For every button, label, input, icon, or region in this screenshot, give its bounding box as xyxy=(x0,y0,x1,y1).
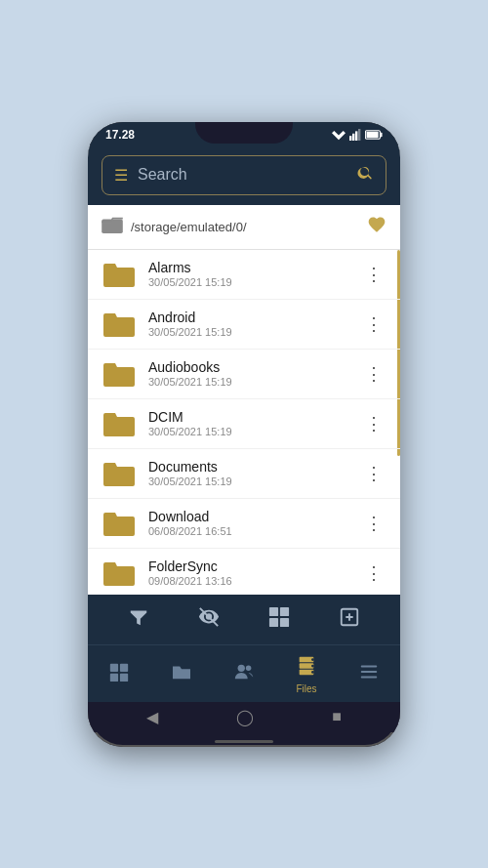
more-options-icon[interactable]: ⋮ xyxy=(361,509,386,538)
file-date: 30/05/2021 15:19 xyxy=(148,426,349,437)
folder-nav-icon xyxy=(171,663,192,685)
more-options-icon[interactable]: ⋮ xyxy=(361,260,386,289)
file-info: DCIM 30/05/2021 15:19 xyxy=(148,409,349,437)
nav-item-folder[interactable] xyxy=(163,661,200,687)
svg-point-19 xyxy=(238,665,245,672)
file-name: Alarms xyxy=(148,260,349,275)
path-bar: /storage/emulated/0/ xyxy=(88,205,400,250)
svg-rect-13 xyxy=(280,617,289,626)
svg-point-26 xyxy=(311,671,314,674)
svg-rect-15 xyxy=(110,664,118,672)
battery-icon xyxy=(365,130,383,140)
more-options-icon[interactable]: ⋮ xyxy=(361,459,386,488)
path-icon xyxy=(102,216,123,238)
svg-point-25 xyxy=(311,664,314,667)
file-name: Audiobooks xyxy=(148,359,349,375)
file-info: Download 06/08/2021 16:51 xyxy=(148,509,349,537)
grid-icon[interactable] xyxy=(264,602,294,637)
file-name: Documents xyxy=(148,459,349,475)
folder-icon xyxy=(102,359,137,389)
file-date: 30/05/2021 15:19 xyxy=(148,376,349,388)
table-row[interactable]: DCIM 30/05/2021 15:19 ⋮ xyxy=(88,399,400,449)
file-info: Android 30/05/2021 15:19 xyxy=(148,310,349,338)
phone-frame: 17.28 ☰ Sea xyxy=(88,122,400,747)
folder-icon xyxy=(102,509,137,538)
file-date: 30/05/2021 15:19 xyxy=(148,475,349,487)
top-bar: ☰ Search xyxy=(88,145,400,205)
wifi-icon xyxy=(332,129,346,141)
status-icons xyxy=(332,129,383,141)
search-icon[interactable] xyxy=(356,164,374,186)
table-row[interactable]: Alarms 30/05/2021 15:19 ⋮ xyxy=(88,250,400,300)
table-row[interactable]: Documents 30/05/2021 15:19 ⋮ xyxy=(88,449,400,499)
signal-icon xyxy=(349,129,361,141)
status-time: 17.28 xyxy=(105,128,135,142)
folder-icon xyxy=(102,459,137,488)
more-options-icon[interactable]: ⋮ xyxy=(361,558,386,588)
svg-rect-7 xyxy=(367,131,379,137)
search-bar[interactable]: ☰ Search xyxy=(102,155,386,195)
file-date: 30/05/2021 15:19 xyxy=(148,326,349,338)
file-date: 30/05/2021 15:19 xyxy=(148,276,349,288)
more-options-icon[interactable]: ⋮ xyxy=(361,409,386,438)
svg-rect-11 xyxy=(280,606,289,615)
file-info: FolderSync 09/08/2021 13:16 xyxy=(148,558,349,587)
file-date: 09/08/2021 13:16 xyxy=(148,575,349,587)
file-info: Documents 30/05/2021 15:19 xyxy=(148,459,349,487)
file-name: Android xyxy=(148,310,349,325)
folder-icon xyxy=(102,558,137,588)
nav-item-menu[interactable] xyxy=(350,659,387,689)
search-input-label[interactable]: Search xyxy=(138,166,346,184)
bottom-nav: Files xyxy=(88,644,400,702)
more-options-icon[interactable]: ⋮ xyxy=(361,310,386,339)
hidden-files-icon[interactable] xyxy=(194,602,224,637)
hamburger-icon[interactable]: ☰ xyxy=(114,166,128,185)
table-row[interactable]: Android 30/05/2021 15:19 ⋮ xyxy=(88,300,400,350)
svg-point-24 xyxy=(311,658,314,661)
filter-icon[interactable] xyxy=(124,602,153,637)
table-row[interactable]: Audiobooks 30/05/2021 15:19 ⋮ xyxy=(88,350,400,399)
svg-rect-4 xyxy=(358,129,360,141)
folder-icon xyxy=(102,409,137,438)
recents-gesture[interactable]: ■ xyxy=(332,708,342,725)
nav-item-home[interactable] xyxy=(101,659,138,689)
more-options-icon[interactable]: ⋮ xyxy=(361,359,386,389)
file-name: Download xyxy=(148,509,349,524)
svg-point-20 xyxy=(246,666,252,672)
svg-rect-18 xyxy=(120,674,128,682)
add-icon[interactable] xyxy=(335,602,364,637)
folder-icon xyxy=(102,260,137,289)
favorite-icon[interactable] xyxy=(367,215,386,239)
svg-rect-2 xyxy=(352,133,354,140)
file-name: FolderSync xyxy=(148,558,349,574)
svg-rect-6 xyxy=(380,132,382,136)
svg-rect-3 xyxy=(355,131,357,141)
action-toolbar xyxy=(88,595,400,644)
file-info: Alarms 30/05/2021 15:19 xyxy=(148,260,349,288)
folder-icon xyxy=(102,310,137,339)
home-indicator xyxy=(215,740,273,743)
table-row[interactable]: Download 06/08/2021 16:51 ⋮ xyxy=(88,499,400,549)
svg-rect-29 xyxy=(361,677,378,679)
screen: ☰ Search /storage/emulated/0/ xyxy=(88,145,400,702)
nav-label-files: Files xyxy=(296,683,316,694)
path-text: /storage/emulated/0/ xyxy=(131,220,359,234)
storage-nav-icon xyxy=(296,655,317,682)
svg-rect-16 xyxy=(120,664,128,672)
file-list[interactable]: Alarms 30/05/2021 15:19 ⋮ Android 30/05/… xyxy=(88,250,400,595)
shared-nav-icon xyxy=(233,661,255,687)
svg-rect-27 xyxy=(361,666,378,668)
nav-item-shared[interactable] xyxy=(225,659,263,689)
nav-item-files[interactable]: Files xyxy=(288,653,325,696)
svg-rect-12 xyxy=(269,617,278,626)
file-name: DCIM xyxy=(148,409,349,425)
table-row[interactable]: FolderSync 09/08/2021 13:16 ⋮ xyxy=(88,549,400,595)
back-gesture[interactable]: ◀ xyxy=(146,708,158,726)
file-info: Audiobooks 30/05/2021 15:19 xyxy=(148,359,349,388)
file-date: 06/08/2021 16:51 xyxy=(148,525,349,537)
notch xyxy=(195,122,293,144)
svg-rect-28 xyxy=(361,671,378,673)
menu-nav-icon xyxy=(358,661,380,687)
svg-marker-0 xyxy=(332,130,346,139)
home-gesture[interactable]: ◯ xyxy=(236,708,254,726)
